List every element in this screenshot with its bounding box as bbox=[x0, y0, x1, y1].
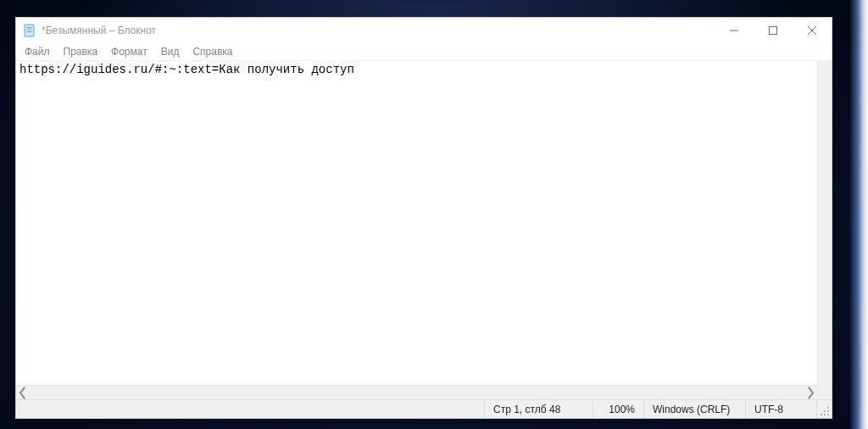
svg-rect-5 bbox=[770, 27, 777, 35]
menu-edit[interactable]: Правка bbox=[57, 45, 105, 59]
svg-point-10 bbox=[824, 410, 826, 412]
close-button[interactable] bbox=[793, 18, 832, 43]
svg-point-8 bbox=[827, 407, 829, 409]
horizontal-scrollbar[interactable] bbox=[16, 385, 832, 399]
menubar: Файл Правка Формат Вид Справка bbox=[16, 43, 832, 60]
window-controls bbox=[715, 18, 832, 43]
chevron-left-icon[interactable] bbox=[16, 386, 31, 399]
status-line-ending: Windows (CRLF) bbox=[643, 400, 745, 418]
svg-point-13 bbox=[821, 414, 822, 415]
menu-format[interactable]: Формат bbox=[104, 45, 154, 59]
statusbar: Стр 1, стлб 48 100% Windows (CRLF) UTF-8 bbox=[16, 399, 832, 418]
text-editor[interactable]: https://iguides.ru/#:~:text=Как получить… bbox=[16, 61, 832, 385]
status-spacer bbox=[16, 400, 484, 418]
svg-point-11 bbox=[827, 414, 829, 415]
menu-help[interactable]: Справка bbox=[186, 45, 239, 59]
menu-view[interactable]: Вид bbox=[154, 45, 186, 59]
menu-file[interactable]: Файл bbox=[18, 45, 57, 59]
titlebar[interactable]: *Безымянный – Блокнот bbox=[16, 18, 832, 43]
notepad-icon bbox=[23, 24, 36, 37]
vertical-scrollbar[interactable] bbox=[817, 61, 832, 385]
status-zoom: 100% bbox=[593, 400, 643, 418]
svg-rect-0 bbox=[25, 25, 34, 36]
editor-area: https://iguides.ru/#:~:text=Как получить… bbox=[16, 60, 832, 399]
scroll-corner bbox=[817, 386, 832, 399]
notepad-window: *Безымянный – Блокнот Файл Правка Формат… bbox=[15, 17, 832, 419]
chevron-right-icon[interactable] bbox=[803, 386, 817, 399]
status-encoding: UTF-8 bbox=[745, 400, 816, 418]
hscroll-track[interactable] bbox=[31, 386, 803, 399]
svg-point-9 bbox=[827, 410, 829, 412]
svg-point-12 bbox=[824, 414, 826, 415]
status-position: Стр 1, стлб 48 bbox=[484, 400, 593, 418]
resize-grip-icon[interactable] bbox=[816, 400, 832, 418]
minimize-button[interactable] bbox=[715, 18, 754, 43]
maximize-button[interactable] bbox=[754, 18, 793, 43]
window-title: *Безымянный – Блокнот bbox=[42, 25, 715, 36]
